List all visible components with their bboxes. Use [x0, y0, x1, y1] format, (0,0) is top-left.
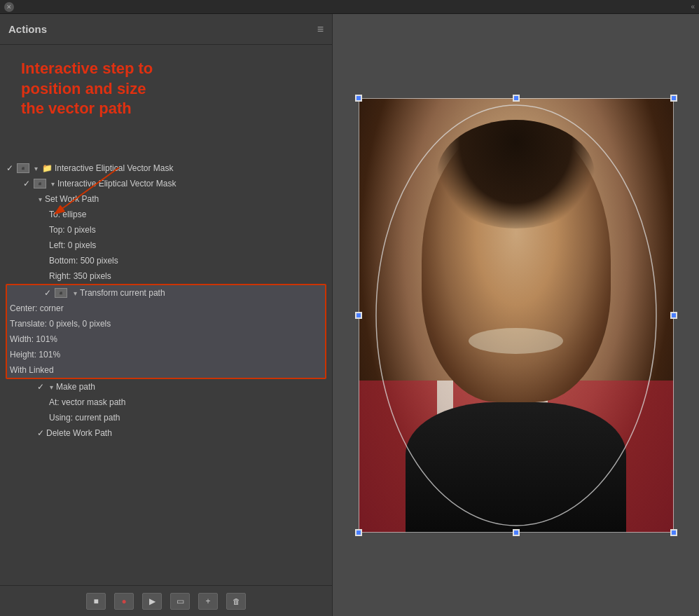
check-icon: ✓ [35, 428, 46, 438]
expand-arrow[interactable]: ▾ [35, 196, 45, 203]
handle-top-center[interactable] [513, 95, 520, 102]
param-label: Left: 0 pixels [49, 240, 328, 250]
param-label: Translate: 0 pixels, 0 pixels [10, 319, 322, 329]
transform-param-row: Width: 101% [7, 331, 325, 347]
handle-bottom-center[interactable] [513, 529, 520, 536]
param-label: Width: 101% [10, 334, 322, 344]
param-label: Center: corner [10, 303, 322, 313]
toggle-visibility[interactable]: ◾ [17, 163, 29, 173]
expand-arrow[interactable]: ▾ [48, 180, 57, 188]
transform-param-row: Translate: 0 pixels, 0 pixels [7, 316, 325, 331]
step-label: Set Work Path [45, 194, 328, 204]
expand-arrow[interactable]: ▾ [46, 383, 56, 391]
bottom-toolbar: ■ ● ▶ ▭ + 🗑 [0, 585, 332, 616]
step-label: Make path [56, 382, 328, 392]
param-label: Right: 350 pixels [49, 271, 328, 281]
check-icon: ✓ [35, 382, 46, 392]
transform-path-row[interactable]: ✓ ◾ ▾ Transform current path [7, 285, 325, 301]
toggle-visibility[interactable]: ◾ [34, 179, 46, 189]
param-row: Right: 350 pixels [0, 268, 332, 284]
panel-menu-icon[interactable]: ≡ [317, 23, 324, 36]
check-icon: ✓ [42, 288, 53, 298]
toggle-visibility[interactable]: ◾ [55, 288, 67, 298]
handle-middle-right[interactable] [670, 312, 677, 319]
photo-wrapper [359, 98, 674, 533]
play-button[interactable]: ▶ [142, 593, 162, 610]
step-label: Delete Work Path [46, 428, 328, 438]
record-button[interactable]: ● [114, 593, 134, 610]
delete-button[interactable]: 🗑 [226, 593, 246, 610]
handle-bottom-left[interactable] [355, 529, 362, 536]
param-label: With Linked [10, 365, 322, 375]
expand-arrow[interactable]: ▾ [70, 289, 80, 297]
canvas-area [333, 14, 699, 616]
param-row: Using: current path [0, 410, 332, 425]
photo-image [359, 98, 674, 533]
transform-label: Transform current path [80, 288, 322, 298]
make-path-row[interactable]: ✓ ▾ Make path [0, 379, 332, 395]
actions-list[interactable]: ✓ ◾ ▾ 📁 Interactive Eliptical Vector Mas… [0, 45, 332, 585]
action-label: Interactive Eliptical Vector Mask [57, 179, 328, 189]
check-icon: ✓ [4, 163, 15, 173]
expand-arrow[interactable]: ▾ [31, 165, 41, 172]
param-label: To: ellipse [49, 210, 328, 219]
handle-top-right[interactable] [670, 95, 677, 102]
transform-param-row: Center: corner [7, 301, 325, 316]
param-row: To: ellipse [0, 207, 332, 222]
delete-work-path-row[interactable]: ✓ Delete Work Path [0, 425, 332, 441]
param-row: Left: 0 pixels [0, 238, 332, 253]
folder-icon: 📁 [41, 163, 53, 173]
handle-middle-left[interactable] [355, 312, 362, 319]
param-label: Using: current path [49, 413, 328, 423]
actions-panel: Actions ≡ Interactive step to position a… [0, 14, 333, 616]
param-row: At: vector mask path [0, 395, 332, 410]
param-row: Top: 0 pixels [0, 222, 332, 238]
check-icon: ✓ [21, 179, 32, 189]
panel-header: Actions ≡ [0, 14, 332, 45]
handle-bottom-right[interactable] [670, 529, 677, 536]
group-label: Interactive Eliptical Vector Mask [55, 163, 328, 173]
collapse-arrows[interactable]: « [691, 3, 695, 11]
action-group-row[interactable]: ✓ ◾ ▾ 📁 Interactive Eliptical Vector Mas… [0, 160, 332, 176]
set-work-path-row[interactable]: ▾ Set Work Path [0, 191, 332, 207]
transform-param-row: Height: 101% [7, 347, 325, 362]
param-label: At: vector mask path [49, 397, 328, 407]
top-bar: ✕ « [0, 0, 699, 14]
param-label: Height: 101% [10, 350, 322, 360]
folder-button[interactable]: ▭ [170, 593, 190, 610]
param-row: Bottom: 500 pixels [0, 253, 332, 268]
transform-param-row: With Linked [7, 362, 325, 378]
handle-top-left[interactable] [355, 95, 362, 102]
param-label: Top: 0 pixels [49, 225, 328, 235]
stop-button[interactable]: ■ [86, 593, 106, 610]
param-label: Bottom: 500 pixels [49, 256, 328, 266]
transform-section: ✓ ◾ ▾ Transform current path Center: cor… [6, 284, 326, 379]
new-button[interactable]: + [198, 593, 218, 610]
action-row[interactable]: ✓ ◾ ▾ Interactive Eliptical Vector Mask [0, 176, 332, 191]
close-button[interactable]: ✕ [4, 2, 14, 12]
panel-title: Actions [8, 23, 47, 35]
